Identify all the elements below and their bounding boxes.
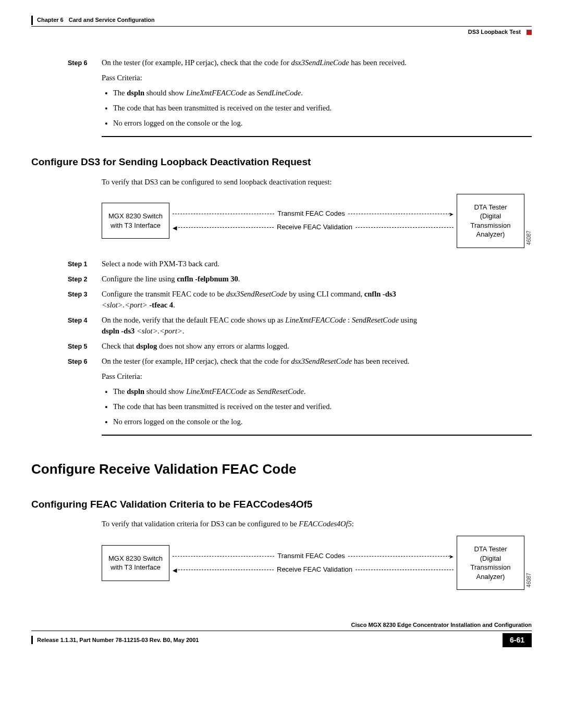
step-body: On the tester (for example, HP cerjac), … bbox=[102, 57, 532, 129]
arrow-line: Transmit FEAC Codes bbox=[173, 549, 454, 563]
step-body: Configure the transmit FEAC code to be d… bbox=[102, 289, 532, 311]
step-label: Step 1 bbox=[31, 258, 102, 269]
text: should show bbox=[144, 387, 186, 396]
text: . bbox=[238, 275, 240, 283]
text: as bbox=[247, 89, 256, 97]
arrow-right-icon bbox=[450, 551, 454, 562]
step-body: On the node, verify that the default FEA… bbox=[102, 315, 532, 337]
diagram-box-left: MGX 8230 Switch with T3 Interface bbox=[102, 203, 169, 239]
code-italic: FEACCodes4Of5 bbox=[299, 520, 352, 528]
step-row: Step 6 On the tester (for example, HP ce… bbox=[31, 356, 532, 427]
diagram-center: Transmit FEAC Codes Receive FEAC Validat… bbox=[169, 207, 457, 235]
code-italic: dsx3SendLineCode bbox=[291, 58, 349, 67]
step-row: Step 3 Configure the transmit FEAC code … bbox=[31, 289, 532, 311]
box-line: (Digital bbox=[461, 554, 520, 563]
pass-criteria-list: The dspln should show LineXmtFEACCode as… bbox=[102, 386, 532, 427]
list-item: No errors logged on the console or the l… bbox=[102, 118, 532, 129]
box-line: Transmission bbox=[461, 563, 520, 572]
header-bar bbox=[31, 16, 33, 25]
box-line: with T3 Interface bbox=[106, 563, 165, 572]
diagram: MGX 8230 Switch with T3 Interface Transm… bbox=[102, 536, 532, 590]
text: . bbox=[304, 387, 306, 396]
box-line: Transmission bbox=[461, 221, 520, 230]
subtitle: DS3 Loopback Test bbox=[468, 28, 521, 36]
list-item: The code that has been transmitted is re… bbox=[102, 401, 532, 412]
text: Configure the line using bbox=[102, 275, 177, 283]
code-italic: LineXmtFEACCode bbox=[186, 89, 247, 97]
box-line: MGX 8230 Switch bbox=[106, 554, 165, 563]
box-line: Analyzer) bbox=[461, 572, 520, 582]
diagram-center: Transmit FEAC Codes Receive FEAC Validat… bbox=[169, 549, 457, 576]
cmd-bold: -tfeac 4 bbox=[148, 301, 173, 309]
arrow-line: Transmit FEAC Codes bbox=[173, 207, 454, 221]
running-header: Chapter 6 Card and Service Configuration bbox=[31, 16, 532, 27]
box-line: Analyzer) bbox=[461, 230, 520, 239]
footer-doc-title: Cisco MGX 8230 Edge Concentrator Install… bbox=[31, 621, 532, 631]
arrow-line: Receive FEAC Validation bbox=[173, 221, 454, 235]
section-header-right: DS3 Loopback Test bbox=[31, 28, 532, 36]
arrow-label: Transmit FEAC Codes bbox=[274, 209, 348, 219]
code-italic: dsx3SendResetCode bbox=[291, 357, 352, 365]
step-row: Step 2 Configure the line using cnfln -f… bbox=[31, 274, 532, 285]
step-row: Step 4 On the node, verify that the defa… bbox=[31, 315, 532, 337]
arrow-line: Receive FEAC Validation bbox=[173, 563, 454, 576]
step-row: Step 5 Check that dsplog does not show a… bbox=[31, 341, 532, 352]
arrow-label: Receive FEAC Validation bbox=[274, 223, 356, 232]
code-italic: LineXmtFEACCode bbox=[186, 387, 247, 396]
text: using bbox=[399, 316, 417, 324]
page-number-badge: 6-61 bbox=[503, 633, 532, 647]
param-italic: <slot>.<port> bbox=[102, 301, 148, 309]
step-body: On the tester (for example, HP cerjac), … bbox=[102, 356, 532, 427]
code-italic: LineXmtFEACCode bbox=[285, 316, 346, 324]
step-body: Select a node with PXM-T3 back card. bbox=[102, 258, 532, 269]
page-footer: Cisco MGX 8230 Edge Concentrator Install… bbox=[31, 621, 532, 647]
text: On the node, verify that the default FEA… bbox=[102, 316, 285, 324]
separator bbox=[102, 435, 532, 436]
major-heading: Configure Receive Validation FEAC Code bbox=[31, 460, 532, 479]
cmd-bold: dspln -ds3 bbox=[102, 327, 137, 335]
section-heading: Configuring FEAC Validation Criteria to … bbox=[31, 497, 532, 512]
code-italic: SendResetCode bbox=[352, 316, 399, 324]
text: . bbox=[173, 301, 175, 309]
list-item: No errors logged on the console or the l… bbox=[102, 416, 532, 427]
figure-id: 46087 bbox=[525, 573, 533, 587]
figure-id: 46087 bbox=[525, 231, 533, 245]
red-square-icon bbox=[527, 30, 532, 35]
text: by using CLI command, bbox=[287, 290, 364, 298]
text: . bbox=[182, 327, 185, 335]
text: as bbox=[247, 387, 256, 396]
chapter-number: Chapter 6 bbox=[37, 16, 64, 24]
step-row: Step 6 On the tester (for example, HP ce… bbox=[31, 57, 532, 129]
step-label: Step 2 bbox=[31, 274, 102, 285]
cmd-bold: dsplog bbox=[136, 342, 157, 350]
box-line: MGX 8230 Switch bbox=[106, 212, 165, 221]
box-line: DTA Tester bbox=[461, 545, 520, 554]
step-label: Step 6 bbox=[31, 356, 102, 427]
footer-release: Release 1.1.31, Part Number 78-11215-03 … bbox=[31, 636, 199, 644]
text: Configure the transmit FEAC code to be bbox=[102, 290, 226, 298]
code-italic: SendLineCode bbox=[257, 89, 301, 97]
step-label: Step 3 bbox=[31, 289, 102, 311]
step-label: Step 5 bbox=[31, 341, 102, 352]
pass-criteria-list: The dspln should show LineXmtFEACCode as… bbox=[102, 88, 532, 129]
box-line: with T3 Interface bbox=[106, 221, 165, 230]
pass-criteria-label: Pass Criteria: bbox=[102, 72, 532, 83]
release-text: Release 1.1.31, Part Number 78-11215-03 … bbox=[37, 636, 199, 645]
text: does not show any errors or alarms logge… bbox=[157, 342, 289, 350]
text: should show bbox=[144, 89, 186, 97]
step-body: Check that dsplog does not show any erro… bbox=[102, 341, 532, 352]
text: Check that bbox=[102, 342, 136, 350]
text: has been received. bbox=[352, 357, 409, 365]
box-line: DTA Tester bbox=[461, 203, 520, 212]
param-italic: <slot>.<port> bbox=[137, 327, 182, 335]
cmd-bold: cnfln -felpbnum 30 bbox=[177, 275, 238, 283]
cmd-bold: dspln bbox=[127, 387, 144, 396]
diagram-box-left: MGX 8230 Switch with T3 Interface bbox=[102, 545, 169, 581]
text: To verify that validation criteria for D… bbox=[102, 520, 299, 528]
cmd-bold: cnfln -ds3 bbox=[364, 290, 396, 298]
text: On the tester (for example, HP cerjac), … bbox=[102, 58, 291, 67]
arrow-label: Receive FEAC Validation bbox=[274, 565, 356, 575]
box-line: (Digital bbox=[461, 212, 520, 221]
list-item: The dspln should show LineXmtFEACCode as… bbox=[102, 386, 532, 397]
intro-text: To verify that DS3 can be configured to … bbox=[102, 177, 532, 188]
